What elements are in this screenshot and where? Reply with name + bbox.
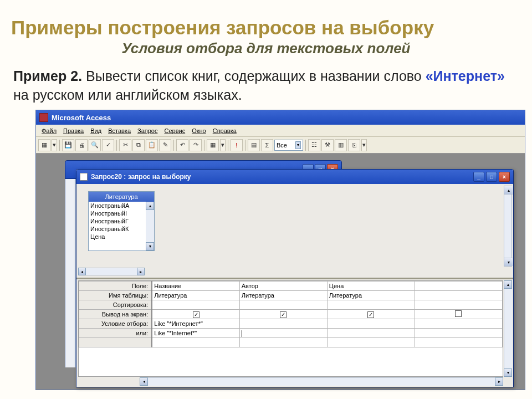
menu-edit[interactable]: Правка (60, 126, 87, 135)
scroll-up-icon[interactable]: ▴ (504, 280, 512, 289)
save-button[interactable]: 💾 (62, 139, 74, 151)
scroll-right-icon[interactable]: ▸ (137, 268, 145, 275)
scroll-track[interactable] (504, 195, 511, 258)
menu-insert[interactable]: Вставка (105, 126, 134, 135)
scroll-track[interactable] (86, 268, 137, 275)
grid-cell[interactable] (415, 319, 502, 329)
redo-button[interactable]: ↷ (190, 139, 202, 151)
grid-cell[interactable]: Цена (327, 282, 415, 291)
properties-button[interactable]: ☷ (308, 139, 320, 151)
cut-button[interactable]: ✂ (119, 139, 131, 151)
grid-cell[interactable]: Литература (239, 291, 327, 300)
vscrollbar[interactable]: ▴ ▾ (504, 186, 512, 267)
showtable-button[interactable]: ▤ (248, 139, 260, 151)
grid-cell[interactable]: Литература (152, 291, 239, 300)
list-item[interactable]: ИностраныйI (89, 209, 154, 217)
grid-cell[interactable] (239, 300, 327, 310)
copy-button[interactable]: ⧉ (132, 139, 145, 151)
menu-query[interactable]: Запрос (134, 126, 161, 135)
newobject-dropdown[interactable]: ▾ (361, 139, 367, 151)
list-item[interactable]: ИностраныйГ (89, 217, 154, 225)
scroll-up-icon[interactable]: ▴ (504, 186, 513, 195)
grid-cell[interactable]: ✓ (327, 310, 415, 319)
field-list[interactable]: ИностраныйА ИностраныйI ИностраныйГ Инос… (89, 202, 154, 250)
separator-icon (59, 140, 60, 151)
preview-button[interactable]: 🔍 (89, 139, 101, 151)
menu-window[interactable]: Окно (188, 126, 209, 135)
close-icon[interactable]: × (499, 172, 510, 182)
undo-button[interactable]: ↶ (176, 139, 188, 151)
menu-tools[interactable]: Сервис (161, 126, 188, 135)
grid-cell[interactable] (415, 338, 502, 347)
separator-icon (305, 140, 306, 151)
totals-button[interactable]: Σ (261, 139, 273, 151)
view-dropdown[interactable]: ▾ (52, 139, 57, 151)
scrollbar[interactable]: ▴ ▾ (146, 202, 154, 250)
list-item[interactable]: ИностраныйА (89, 202, 154, 209)
row-label-blank (79, 338, 152, 347)
querytype-button[interactable]: ▦ (207, 139, 219, 151)
access-titlebar[interactable]: Microsoft Access (36, 110, 525, 125)
grid-cell[interactable]: Like "*Интернет*" (152, 319, 239, 329)
dbwindow-button[interactable]: ▥ (335, 139, 347, 151)
view-button[interactable]: ▦ (38, 139, 50, 151)
scroll-down-icon[interactable]: ▾ (504, 369, 512, 377)
grid-cell[interactable] (327, 329, 415, 338)
scroll-left-icon[interactable]: ◂ (140, 377, 148, 386)
scroll-up-icon[interactable]: ▴ (146, 202, 154, 210)
checkbox-icon[interactable] (455, 310, 462, 317)
grid-vscrollbar[interactable]: ▴ ▾ (504, 280, 512, 377)
spell-button[interactable]: ✓ (102, 139, 114, 151)
grid-cell[interactable] (415, 291, 502, 300)
checkbox-icon[interactable]: ✓ (280, 311, 287, 318)
maximize-icon[interactable]: □ (486, 172, 497, 182)
builder-button[interactable]: ⚒ (321, 139, 334, 151)
grid-cell[interactable] (239, 338, 327, 347)
checkbox-icon[interactable]: ✓ (367, 311, 374, 318)
paste-button[interactable]: 📋 (146, 139, 158, 151)
table-box[interactable]: Литература ИностраныйА ИностраныйI Иност… (88, 191, 155, 251)
grid-hscrollbar[interactable]: ◂ ▸ (140, 377, 503, 386)
menu-file[interactable]: Файл (38, 126, 60, 135)
scroll-track[interactable] (504, 289, 512, 369)
scroll-right-icon[interactable]: ▸ (495, 377, 503, 386)
minimize-icon[interactable]: _ (473, 172, 484, 182)
scroll-track[interactable] (146, 210, 154, 242)
grid-cell[interactable] (239, 329, 327, 338)
scroll-down-icon[interactable]: ▾ (146, 242, 154, 250)
grid-cell[interactable]: Автор (239, 282, 327, 291)
list-item[interactable]: Цена (89, 233, 154, 241)
grid-cell[interactable] (152, 300, 239, 310)
grid-cell[interactable]: Название (152, 282, 239, 291)
list-item[interactable]: ИностраныйК (89, 225, 154, 233)
query-titlebar[interactable]: Запрос20 : запрос на выборку _ □ × (76, 170, 513, 184)
qbe-grid[interactable]: Поле: Название Автор Цена Имя таблицы: Л… (78, 280, 503, 377)
menu-view[interactable]: Вид (87, 126, 105, 135)
grid-cell[interactable]: Литература (327, 291, 415, 300)
scroll-track[interactable] (148, 377, 495, 386)
hscrollbar[interactable]: ◂ ▸ (78, 268, 145, 275)
grid-cell[interactable] (152, 338, 239, 347)
checkbox-icon[interactable]: ✓ (193, 311, 200, 318)
grid-cell[interactable] (415, 310, 502, 319)
grid-cell[interactable] (415, 282, 502, 291)
grid-cell[interactable] (415, 300, 502, 310)
grid-cell[interactable]: ✓ (152, 310, 239, 319)
tables-pane[interactable]: Литература ИностраныйА ИностраныйI Иност… (76, 184, 513, 279)
topvalues-dropdown[interactable]: Все ▾ (274, 140, 303, 151)
print-button[interactable]: 🖨 (75, 139, 88, 151)
grid-cell[interactable] (327, 338, 415, 347)
grid-cell[interactable] (415, 329, 502, 338)
querytype-dropdown[interactable]: ▾ (220, 139, 226, 151)
newobject-button[interactable]: ⎘ (348, 139, 360, 151)
scroll-left-icon[interactable]: ◂ (78, 268, 86, 275)
run-button[interactable]: ! (231, 139, 243, 151)
grid-cell[interactable]: ✓ (239, 310, 327, 319)
grid-cell[interactable] (239, 319, 327, 329)
scroll-down-icon[interactable]: ▾ (504, 258, 513, 266)
grid-cell[interactable] (327, 319, 415, 329)
menu-help[interactable]: Справка (209, 126, 240, 135)
grid-cell[interactable] (327, 300, 415, 310)
grid-cell[interactable]: Like "*Internet*" (152, 329, 239, 338)
format-button[interactable]: ✎ (159, 139, 171, 151)
